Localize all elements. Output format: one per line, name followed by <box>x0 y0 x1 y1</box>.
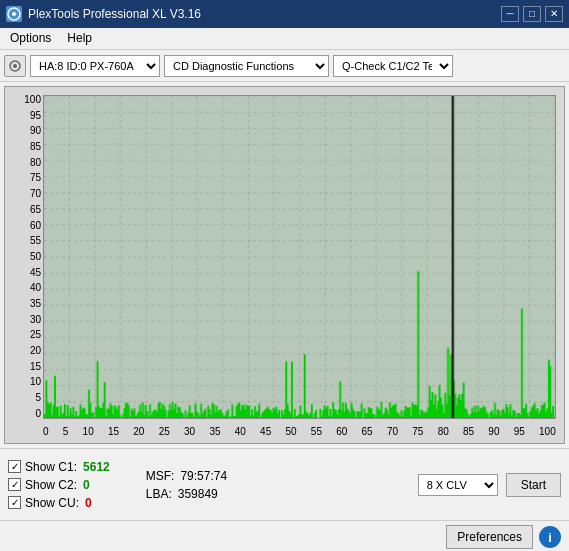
msf-label: MSF: <box>146 469 175 483</box>
svg-point-1 <box>12 12 16 16</box>
info-button[interactable]: i <box>539 526 561 548</box>
show-c2-checkbox[interactable] <box>8 478 21 491</box>
chart-inner <box>43 95 556 419</box>
title-bar: PlexTools Professional XL V3.16 ─ □ ✕ <box>0 0 569 28</box>
maximize-button[interactable]: □ <box>523 6 541 22</box>
speed-select-area: 8 X CLV Start <box>418 473 561 497</box>
drive-select[interactable]: HA:8 ID:0 PX-760A <box>30 55 160 77</box>
preferences-button[interactable]: Preferences <box>446 525 533 549</box>
show-c2-checkbox-label[interactable]: Show C2: <box>8 478 77 492</box>
prefs-info-row: Preferences i <box>0 520 569 551</box>
chart-canvas <box>44 96 555 418</box>
cu-value: 0 <box>85 496 92 510</box>
svg-point-3 <box>13 64 17 68</box>
menu-help[interactable]: Help <box>61 30 98 47</box>
start-button[interactable]: Start <box>506 473 561 497</box>
c1-value: 5612 <box>83 460 110 474</box>
close-button[interactable]: ✕ <box>545 6 563 22</box>
c2-value: 0 <box>83 478 90 492</box>
menu-bar: Options Help <box>0 28 569 50</box>
speed-select[interactable]: 8 X CLV <box>418 474 498 496</box>
chart-area: 100 95 90 85 80 75 70 65 60 55 50 45 40 … <box>4 86 565 444</box>
show-c1-label: Show C1: <box>25 460 77 474</box>
status-bar: Show C1: 5612 Show C2: 0 Show CU: 0 MSF:… <box>0 448 569 520</box>
msf-value: 79:57:74 <box>180 469 227 483</box>
app-title: PlexTools Professional XL V3.16 <box>28 7 201 21</box>
show-c1-checkbox[interactable] <box>8 460 21 473</box>
toolbar: HA:8 ID:0 PX-760A CD Diagnostic Function… <box>0 50 569 82</box>
drive-icon-btn[interactable] <box>4 55 26 77</box>
show-cu-checkbox-label[interactable]: Show CU: <box>8 496 79 510</box>
menu-options[interactable]: Options <box>4 30 57 47</box>
lba-value: 359849 <box>178 487 218 501</box>
show-c1-checkbox-label[interactable]: Show C1: <box>8 460 77 474</box>
show-cu-checkbox[interactable] <box>8 496 21 509</box>
show-cu-label: Show CU: <box>25 496 79 510</box>
lba-label: LBA: <box>146 487 172 501</box>
show-c2-label: Show C2: <box>25 478 77 492</box>
test-select[interactable]: Q-Check C1/C2 Test <box>333 55 453 77</box>
function-select[interactable]: CD Diagnostic Functions <box>164 55 329 77</box>
msf-lba-area: MSF: 79:57:74 LBA: 359849 <box>146 469 227 501</box>
minimize-button[interactable]: ─ <box>501 6 519 22</box>
app-icon <box>6 6 22 22</box>
